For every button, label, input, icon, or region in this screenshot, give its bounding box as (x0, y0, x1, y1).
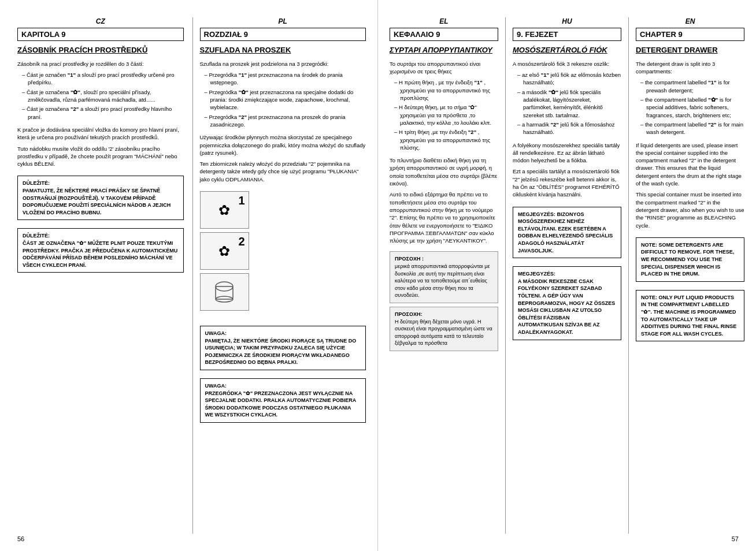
bullet-el-2: Η δεύτερη θήκη, με τo σήμα "✿" χρησιμεύε… (394, 103, 498, 126)
title-hu: MOSÓSZERTÁROLÓ FIÓK (513, 46, 621, 55)
body2-cz: K pračce je dodávána speciální vložka do… (17, 126, 184, 142)
title-pl: SZUFLADA NA PROSZEK (200, 46, 366, 55)
bullet-pl-1: Przegródka "1" jest przeznaczona na środ… (205, 71, 366, 87)
bullet-cz-1: Část je označen "1" a slouží pro prací p… (22, 71, 184, 87)
prosoch2-title-el: ΠΡΟΣΟΧΗ: (395, 311, 493, 318)
body3-cz: Tuto nádobku musíte vložit do oddílu '2'… (17, 145, 184, 168)
note2-text-cz: ČÁST JE OZNAČENA "✿" MŮŽETE PLNIT POUZE … (23, 240, 179, 269)
body3-pl: Ten zbiorniczek należy włożyć do przedzi… (200, 160, 366, 183)
page-number-right: 57 (732, 535, 739, 542)
lang-hu: HU (513, 17, 621, 25)
bullet-hu-2: a második "✿" jelű fiók speciális adalék… (517, 88, 621, 119)
bullets-el: Η πρώτη θήκη , με την ένδειξη "1" , χρησ… (394, 79, 498, 153)
prosoch1-title-el: ΠΡΟΣΟΧΗ : (395, 255, 493, 263)
chapter-cz: KAPITOLA 9 (17, 28, 184, 41)
flower-icon-2: ✿ (218, 243, 230, 259)
col-el: EL ΚΕΦΑΛΑΙΟ 9 ΣΥΡΤΑΡΙ ΑΠΟΡΡΥΠΑΝΤΙΚΟΥ Το … (390, 17, 498, 534)
bullet-pl-3: Przegródka "2" jest przeznaczona na pros… (205, 113, 366, 129)
chapter-pl: ROZDZIAŁ 9 (200, 28, 366, 41)
note2-title-hu: MEGJEGYZÉS: (518, 270, 616, 278)
body2-el: Το πλυντήριο διαθέτει ειδική θήκη για τη… (390, 157, 498, 187)
note2-cz: DŮLEŽITÉ: ČÁST JE OZNAČENA "✿" MŮŽETE PL… (17, 228, 184, 273)
bullet-cz-2: Část je označena "✿", slouží pro speciál… (22, 88, 184, 104)
body1-en: The detergent draw is split into 3 compa… (636, 60, 744, 76)
lang-pl: PL (200, 17, 366, 25)
drawer-image-3 (200, 273, 249, 311)
right-columns: EL ΚΕΦΑΛΑΙΟ 9 ΣΥΡΤΑΡΙ ΑΠΟΡΡΥΠΑΝΤΙΚΟΥ Το … (390, 17, 744, 534)
lang-el: EL (390, 17, 498, 25)
bullet-hu-3: a harmadik "2" jelű fiók a főmosáshoz ha… (517, 121, 621, 136)
col-cz: CZ KAPITOLA 9 ZÁSOBNÍK PRACÍCH PROSTŘEDK… (17, 17, 184, 534)
note1-text-pl: PAMIĘTAJ, ŻE NIEKTÓRE ŚRODKI PIORĄCE SĄ … (205, 337, 361, 366)
col-hu: HU 9. FEJEZET MOSÓSZERTÁROLÓ FIÓK A mosó… (505, 17, 621, 534)
drawer-image-1: ✿ 1 (200, 191, 249, 229)
note1-title-hu: MEGJEGYZÉS: BIZONYOS MOSÓSZEREKHEZ NEHÉZ… (518, 211, 616, 255)
prosoch2-el: ΠΡΟΣΟΧΗ: Η δεύτερη θήκη δέχεται μόνο υγρ… (390, 307, 498, 351)
bullet-hu-1: az első "1" jelű fiók az előmosás közben… (517, 71, 621, 87)
title-el: ΣΥΡΤΑΡΙ ΑΠΟΡΡΥΠΑΝΤΙΚΟΥ (390, 46, 498, 55)
note2-text-pl: PRZEGRÓDKA "✿" PRZEZNACZONA JEST WYŁĄCZN… (205, 390, 361, 419)
lang-en: EN (636, 17, 744, 25)
prosoch2-text-el: Η δεύτερη θήκη δέχεται μόνο υγρά. Η συσκ… (395, 318, 493, 347)
bullet-el-1: Η πρώτη θήκη , με την ένδειξη "1" , χρησ… (394, 79, 498, 102)
prosoch1-el: ΠΡΟΣΟΧΗ : μερικά απορρυπαντικά απορροφών… (390, 251, 498, 303)
bullet-cz-3: Část je označena "2" a slouží pro prací … (22, 105, 184, 121)
body3-en: This special container must be inserted … (636, 191, 744, 229)
note2-title-pl: UWAGA: (205, 382, 361, 390)
prosoch1-text-el: μερικά απορρυπαντικά απορροφώνται με δυσ… (395, 263, 493, 299)
note2-text-hu: A MÁSODIK REKESZBE CSAK FOLYÉKONY SZEREK… (518, 278, 616, 336)
bullet-pl-2: Przegródka "✿" jest przeznaczona na spec… (205, 88, 366, 111)
note1-hu: MEGJEGYZÉS: BIZONYOS MOSÓSZEREKHEZ NEHÉZ… (513, 207, 621, 259)
chapter-hu: 9. FEJEZET (513, 28, 621, 41)
drawer-label-1: 1 (238, 194, 244, 207)
lang-cz: CZ (17, 17, 184, 25)
note2-title-en: NOTE: ONLY PUT LIQUID PRODUCTS IN THE CO… (641, 294, 739, 338)
note1-en: NOTE: SOME DETERGENTS ARE DIFFICULT TO R… (636, 237, 744, 282)
body1-cz: Zásobník na prací prostředky je rozdělen… (17, 60, 184, 68)
note1-title-pl: UWAGA: (205, 330, 361, 337)
body3-el: Αυτό τo ειδικό εξάρτημα θα πρέπει να τo … (390, 191, 498, 244)
page-left: CZ KAPITOLA 9 ZÁSOBNÍK PRACÍCH PROSTŘEDK… (0, 0, 378, 551)
left-columns: CZ KAPITOLA 9 ZÁSOBNÍK PRACÍCH PROSTŘEDK… (17, 17, 366, 534)
bullets-cz: Část je označen "1" a slouží pro prací p… (22, 71, 184, 122)
drawer-image-2: ✿ 2 (200, 232, 249, 270)
note1-pl: UWAGA: PAMIĘTAJ, ŻE NIEKTÓRE ŚRODKI PIOR… (200, 326, 366, 370)
body1-el: Το συρτάρι του απορρυπαντικού είναι χωρι… (390, 60, 498, 76)
body1-hu: A mosószertároló fiók 3 rekeszre oszlik: (513, 60, 621, 68)
chapter-en: CHAPTER 9 (636, 28, 744, 41)
note2-en: NOTE: ONLY PUT LIQUID PRODUCTS IN THE CO… (636, 290, 744, 342)
body2-en: If liquid detergents are used, please in… (636, 142, 744, 188)
title-en: DETERGENT DRAWER (636, 46, 744, 55)
col-pl: PL ROZDZIAŁ 9 SZUFLADA NA PROSZEK Szufla… (192, 17, 366, 534)
flower-icon: ✿ (218, 202, 230, 218)
body2-pl: Używając środków płynnych można skorzyst… (200, 133, 366, 157)
bullet-en-1: the compartment labelled "1" is for prew… (640, 79, 744, 94)
body2-hu: A folyékony mosószerekhez speciális tart… (513, 142, 621, 165)
bullet-el-3: Η τρίτη θήκη ,με την ένδειξη "2" , χρησι… (394, 128, 498, 151)
bullets-hu: az első "1" jelű fiók az előmosás közben… (517, 71, 621, 137)
body3-hu: Ezt a speciális tartályt a mosószertárol… (513, 167, 621, 198)
body1-pl: Szuflada na proszek jest podzielona na 3… (200, 60, 366, 68)
note1-title-cz: DŮLEŽITÉ: (23, 180, 179, 187)
note1-cz: DŮLEŽITÉ: PAMATUJTE, ŽE NĚKTERÉ PRACÍ PR… (17, 176, 184, 220)
page-number-left: 56 (17, 535, 24, 542)
page-spread: CZ KAPITOLA 9 ZÁSOBNÍK PRACÍCH PROSTŘEDK… (0, 0, 756, 551)
detergent-cup-icon (210, 278, 239, 307)
drawer-label-2: 2 (238, 235, 244, 248)
note1-title-en: NOTE: SOME DETERGENTS ARE DIFFICULT TO R… (641, 241, 739, 278)
bullets-en: the compartment labelled "1" is for prew… (640, 79, 744, 137)
bullet-en-2: the compartment labelled "✿" is for spec… (640, 96, 744, 119)
bullet-en-3: the compartment labelled "2" is for main… (640, 121, 744, 136)
chapter-el: ΚΕΦΑΛΑΙΟ 9 (390, 28, 498, 41)
note2-pl: UWAGA: PRZEGRÓDKA "✿" PRZEZNACZONA JEST … (200, 378, 366, 423)
note1-text-cz: PAMATUJTE, ŽE NĚKTERÉ PRACÍ PRÁŠKY SE ŠP… (23, 187, 179, 216)
bullets-pl: Przegródka "1" jest przeznaczona na środ… (205, 71, 366, 130)
title-cz: ZÁSOBNÍK PRACÍCH PROSTŘEDKŮ (17, 46, 184, 55)
col-en: EN CHAPTER 9 DETERGENT DRAWER The deterg… (628, 17, 744, 534)
page-right: EL ΚΕΦΑΛΑΙΟ 9 ΣΥΡΤΑΡΙ ΑΠΟΡΡΥΠΑΝΤΙΚΟΥ Το … (378, 0, 756, 551)
note2-hu: MEGJEGYZÉS: A MÁSODIK REKESZBE CSAK FOLY… (513, 266, 621, 340)
note2-title-cz: DŮLEŽITÉ: (23, 232, 179, 240)
